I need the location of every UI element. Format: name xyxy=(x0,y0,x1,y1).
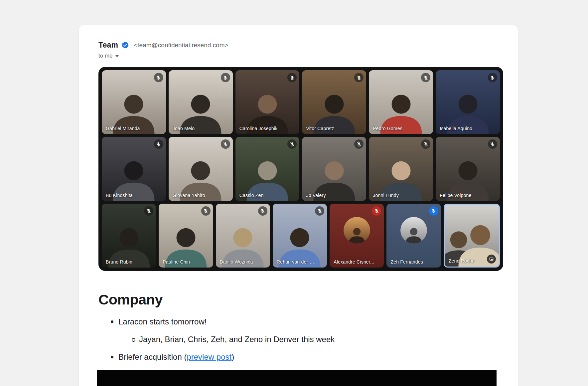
participant-tile: Jp Valery xyxy=(302,137,366,201)
participant-name: Isabella Aquino xyxy=(440,126,472,131)
participant-tile: Zeno Rocha xyxy=(444,204,500,268)
participant-tile: Pauline Chin xyxy=(159,204,213,268)
participant-name: Bu Kinoshita xyxy=(106,193,133,198)
sender-email: <team@confidential.resend.com> xyxy=(134,42,228,49)
participant-tile: Joao Melo xyxy=(169,70,233,134)
preview-post-link[interactable]: preview post xyxy=(187,352,231,361)
participant-tile: Bruno Rubin xyxy=(102,204,156,268)
participant-name: Pauline Chin xyxy=(163,259,190,265)
mic-off-icon xyxy=(201,206,211,216)
mic-off-icon xyxy=(315,206,324,216)
participant-name: Rehan van der Me... xyxy=(277,259,318,265)
participant-name: Joao Melo xyxy=(173,126,195,131)
participant-tile: Cassio Zen xyxy=(235,137,300,201)
mic-off-icon xyxy=(154,139,163,149)
participant-name: Zeh Fernandes xyxy=(390,259,423,265)
participant-tile: Danilo Woznica xyxy=(216,204,270,268)
grid-row: Bu KinoshitaGiovana YahiroCassio ZenJp V… xyxy=(102,137,500,201)
list-item: Laracon starts tomorrow! xyxy=(98,317,518,327)
sender-name: Team xyxy=(98,41,118,50)
email-header: Team <team@confidential.resend.com> to m… xyxy=(79,25,518,59)
verified-badge-icon xyxy=(121,41,129,49)
participant-tile: Alexandre Cisneir... xyxy=(330,204,384,268)
grid-row: Bruno RubinPauline ChinDanilo WoznicaReh… xyxy=(102,204,500,268)
participant-name: Vitor Capretz xyxy=(306,126,334,131)
mic-off-icon xyxy=(287,139,297,149)
list-item-text: Jayan, Brian, Chris, Zeh, and Zeno in De… xyxy=(139,335,335,344)
meeting-screenshot[interactable]: Gabriel MirandaJoao MeloCarolina Josephi… xyxy=(98,67,503,271)
mic-off-icon xyxy=(429,206,438,216)
email-card: Team <team@confidential.resend.com> to m… xyxy=(79,25,518,386)
sender-line: Team <team@confidential.resend.com> xyxy=(98,41,518,50)
mic-off-icon xyxy=(258,206,267,216)
mic-off-icon xyxy=(287,73,297,82)
participant-name: Jonni Lundy xyxy=(373,193,399,198)
list-item: Jayan, Brian, Chris, Zeh, and Zeno in De… xyxy=(98,334,518,344)
list-item-text: ) xyxy=(231,352,234,361)
participant-name: Jp Valery xyxy=(306,193,326,198)
mic-off-icon xyxy=(488,73,497,82)
participant-tile: Felipe Volpone xyxy=(436,137,500,201)
participant-tile: Vitor Capretz xyxy=(302,70,366,134)
mic-off-icon xyxy=(488,139,497,149)
bullet-list: Laracon starts tomorrow!Jayan, Brian, Ch… xyxy=(98,317,518,362)
mic-off-icon xyxy=(221,73,230,82)
participant-tile: Rehan van der Me... xyxy=(273,204,327,268)
participant-tile: Pedro Gomes xyxy=(369,70,433,134)
recipient-dropdown[interactable]: to me xyxy=(98,53,119,59)
participant-tile: Carolina Josephik xyxy=(235,70,300,134)
mic-off-icon xyxy=(154,73,163,82)
picture-in-picture-icon xyxy=(487,255,496,264)
participant-name: Alexandre Cisneir... xyxy=(334,259,374,265)
list-item-text: Briefer acquisition ( xyxy=(118,352,187,361)
participant-name: Giovana Yahiro xyxy=(173,193,205,198)
grid-row: Gabriel MirandaJoao MeloCarolina Josephi… xyxy=(102,70,500,134)
mic-off-icon xyxy=(354,73,364,82)
participant-name: Gabriel Miranda xyxy=(106,126,140,131)
participant-tile: Zeh Fernandes xyxy=(386,204,441,268)
participant-tile: Isabella Aquino xyxy=(436,70,500,134)
mic-off-icon xyxy=(144,206,153,216)
participant-name: Carolina Josephik xyxy=(239,126,278,131)
mic-off-icon xyxy=(421,73,430,82)
participant-tile: Gabriel Miranda xyxy=(102,70,166,134)
participant-name: Bruno Rubin xyxy=(106,259,132,265)
participant-name: Pedro Gomes xyxy=(373,126,402,131)
mic-off-icon xyxy=(372,206,381,216)
video-thumbnail[interactable] xyxy=(97,370,497,386)
mic-off-icon xyxy=(221,139,230,149)
recipient-label: to me xyxy=(98,53,113,59)
participant-tile: Giovana Yahiro xyxy=(169,137,233,201)
mic-off-icon xyxy=(421,139,430,149)
participant-tile: Bu Kinoshita xyxy=(102,137,166,201)
participant-tile: Jonni Lundy xyxy=(369,137,433,201)
participant-name: Cassio Zen xyxy=(239,193,264,198)
section-heading: Company xyxy=(98,291,518,307)
mic-off-icon xyxy=(354,139,364,149)
avatar xyxy=(400,217,427,244)
list-item: Briefer acquisition (preview post) xyxy=(98,352,518,362)
participant-name: Danilo Woznica xyxy=(220,259,253,265)
participant-name: Felipe Volpone xyxy=(440,193,471,198)
avatar xyxy=(344,217,370,244)
participant-name: Zeno Rocha xyxy=(449,258,475,264)
list-item-text: Laracon starts tomorrow! xyxy=(118,317,207,326)
chevron-down-icon xyxy=(115,55,119,57)
